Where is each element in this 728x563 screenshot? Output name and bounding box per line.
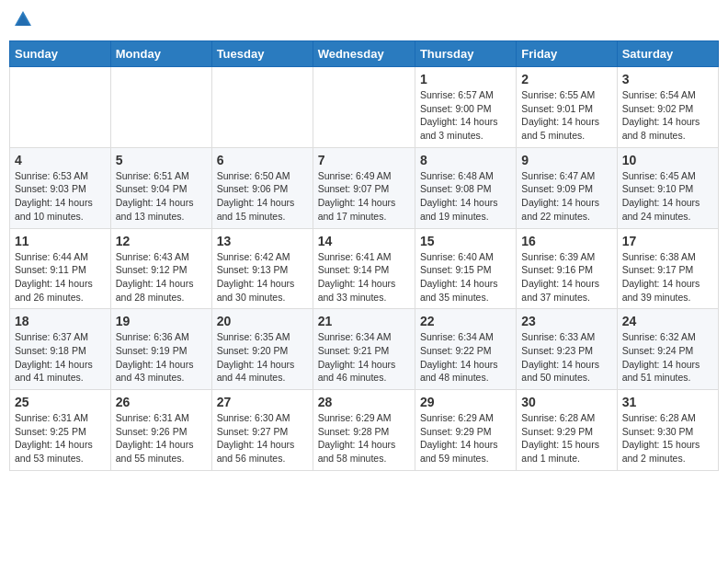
day-info: Sunrise: 6:49 AM Sunset: 9:07 PM Dayligh…: [318, 169, 410, 224]
col-header-sunday: Sunday: [10, 41, 111, 67]
calendar-cell: 9Sunrise: 6:47 AM Sunset: 9:09 PM Daylig…: [517, 147, 617, 228]
day-number: 17: [622, 234, 713, 248]
calendar-cell: 17Sunrise: 6:38 AM Sunset: 9:17 PM Dayli…: [617, 228, 718, 309]
calendar-week-2: 4Sunrise: 6:53 AM Sunset: 9:03 PM Daylig…: [10, 147, 719, 228]
day-number: 18: [15, 314, 106, 328]
day-info: Sunrise: 6:34 AM Sunset: 9:21 PM Dayligh…: [318, 330, 410, 385]
day-number: 23: [521, 314, 611, 328]
calendar-week-3: 11Sunrise: 6:44 AM Sunset: 9:11 PM Dayli…: [10, 228, 719, 309]
calendar-cell: [313, 67, 415, 148]
calendar-cell: 2Sunrise: 6:55 AM Sunset: 9:01 PM Daylig…: [517, 67, 617, 148]
calendar-cell: 1Sunrise: 6:57 AM Sunset: 9:00 PM Daylig…: [415, 67, 516, 148]
day-info: Sunrise: 6:37 AM Sunset: 9:18 PM Dayligh…: [15, 330, 106, 385]
day-info: Sunrise: 6:45 AM Sunset: 9:10 PM Dayligh…: [622, 169, 713, 224]
col-header-saturday: Saturday: [617, 41, 718, 67]
col-header-thursday: Thursday: [415, 41, 516, 67]
calendar-cell: 8Sunrise: 6:48 AM Sunset: 9:08 PM Daylig…: [415, 147, 516, 228]
calendar-cell: 10Sunrise: 6:45 AM Sunset: 9:10 PM Dayli…: [617, 147, 718, 228]
calendar-cell: 6Sunrise: 6:50 AM Sunset: 9:06 PM Daylig…: [211, 147, 313, 228]
day-info: Sunrise: 6:47 AM Sunset: 9:09 PM Dayligh…: [521, 169, 611, 224]
day-info: Sunrise: 6:39 AM Sunset: 9:16 PM Dayligh…: [521, 250, 611, 304]
day-info: Sunrise: 6:50 AM Sunset: 9:06 PM Dayligh…: [217, 169, 308, 224]
col-header-monday: Monday: [110, 41, 211, 67]
day-number: 1: [420, 72, 511, 86]
calendar-cell: 26Sunrise: 6:31 AM Sunset: 9:26 PM Dayli…: [110, 390, 211, 471]
day-number: 3: [622, 72, 713, 86]
calendar-cell: 4Sunrise: 6:53 AM Sunset: 9:03 PM Daylig…: [10, 147, 111, 228]
calendar-week-4: 18Sunrise: 6:37 AM Sunset: 9:18 PM Dayli…: [10, 309, 719, 390]
calendar-cell: 25Sunrise: 6:31 AM Sunset: 9:25 PM Dayli…: [10, 390, 111, 471]
day-number: 27: [217, 395, 308, 409]
calendar-cell: 18Sunrise: 6:37 AM Sunset: 9:18 PM Dayli…: [10, 309, 111, 390]
day-info: Sunrise: 6:53 AM Sunset: 9:03 PM Dayligh…: [15, 169, 106, 224]
calendar-cell: [211, 67, 313, 148]
day-number: 30: [521, 395, 611, 409]
day-number: 2: [521, 72, 611, 86]
day-number: 24: [622, 314, 713, 328]
day-number: 26: [116, 395, 207, 409]
day-number: 13: [217, 234, 308, 248]
calendar-week-1: 1Sunrise: 6:57 AM Sunset: 9:00 PM Daylig…: [10, 67, 719, 148]
calendar-cell: 13Sunrise: 6:42 AM Sunset: 9:13 PM Dayli…: [211, 228, 313, 309]
day-number: 29: [420, 395, 511, 409]
calendar-cell: 16Sunrise: 6:39 AM Sunset: 9:16 PM Dayli…: [517, 228, 617, 309]
day-number: 10: [622, 153, 713, 167]
day-number: 25: [15, 395, 106, 409]
day-info: Sunrise: 6:43 AM Sunset: 9:12 PM Dayligh…: [116, 250, 207, 304]
calendar-cell: 30Sunrise: 6:28 AM Sunset: 9:29 PM Dayli…: [517, 390, 617, 471]
calendar-cell: 14Sunrise: 6:41 AM Sunset: 9:14 PM Dayli…: [313, 228, 415, 309]
day-info: Sunrise: 6:54 AM Sunset: 9:02 PM Dayligh…: [622, 88, 713, 143]
day-info: Sunrise: 6:36 AM Sunset: 9:19 PM Dayligh…: [116, 330, 207, 385]
calendar-cell: 3Sunrise: 6:54 AM Sunset: 9:02 PM Daylig…: [617, 67, 718, 148]
day-number: 31: [622, 395, 713, 409]
calendar-cell: 5Sunrise: 6:51 AM Sunset: 9:04 PM Daylig…: [110, 147, 211, 228]
day-info: Sunrise: 6:30 AM Sunset: 9:27 PM Dayligh…: [217, 411, 308, 465]
day-number: 15: [420, 234, 511, 248]
calendar-cell: 24Sunrise: 6:32 AM Sunset: 9:24 PM Dayli…: [617, 309, 718, 390]
day-info: Sunrise: 6:31 AM Sunset: 9:25 PM Dayligh…: [15, 411, 106, 465]
day-number: 12: [116, 234, 207, 248]
day-number: 28: [318, 395, 410, 409]
day-info: Sunrise: 6:44 AM Sunset: 9:11 PM Dayligh…: [15, 250, 106, 304]
day-info: Sunrise: 6:55 AM Sunset: 9:01 PM Dayligh…: [521, 88, 611, 143]
calendar-cell: 19Sunrise: 6:36 AM Sunset: 9:19 PM Dayli…: [110, 309, 211, 390]
day-info: Sunrise: 6:41 AM Sunset: 9:14 PM Dayligh…: [318, 250, 410, 304]
day-number: 11: [15, 234, 106, 248]
day-info: Sunrise: 6:48 AM Sunset: 9:08 PM Dayligh…: [420, 169, 511, 224]
day-info: Sunrise: 6:42 AM Sunset: 9:13 PM Dayligh…: [217, 250, 308, 304]
day-info: Sunrise: 6:31 AM Sunset: 9:26 PM Dayligh…: [116, 411, 207, 465]
calendar-cell: 23Sunrise: 6:33 AM Sunset: 9:23 PM Dayli…: [517, 309, 617, 390]
day-info: Sunrise: 6:51 AM Sunset: 9:04 PM Dayligh…: [116, 169, 207, 224]
calendar-cell: [10, 67, 111, 148]
calendar-cell: 27Sunrise: 6:30 AM Sunset: 9:27 PM Dayli…: [211, 390, 313, 471]
day-number: 20: [217, 314, 308, 328]
day-info: Sunrise: 6:57 AM Sunset: 9:00 PM Dayligh…: [420, 88, 511, 143]
day-number: 5: [116, 153, 207, 167]
calendar-cell: 21Sunrise: 6:34 AM Sunset: 9:21 PM Dayli…: [313, 309, 415, 390]
calendar-cell: 15Sunrise: 6:40 AM Sunset: 9:15 PM Dayli…: [415, 228, 516, 309]
calendar-cell: 28Sunrise: 6:29 AM Sunset: 9:28 PM Dayli…: [313, 390, 415, 471]
calendar-cell: [110, 67, 211, 148]
logo-icon: [13, 9, 33, 33]
col-header-friday: Friday: [517, 41, 617, 67]
day-number: 14: [318, 234, 410, 248]
day-info: Sunrise: 6:29 AM Sunset: 9:28 PM Dayligh…: [318, 411, 410, 465]
day-number: 7: [318, 153, 410, 167]
day-number: 16: [521, 234, 611, 248]
day-number: 21: [318, 314, 410, 328]
day-info: Sunrise: 6:35 AM Sunset: 9:20 PM Dayligh…: [217, 330, 308, 385]
logo: [13, 9, 37, 33]
day-info: Sunrise: 6:33 AM Sunset: 9:23 PM Dayligh…: [521, 330, 611, 385]
calendar-header-row: SundayMondayTuesdayWednesdayThursdayFrid…: [10, 41, 719, 67]
page-header: [9, 9, 719, 33]
day-number: 22: [420, 314, 511, 328]
calendar-cell: 29Sunrise: 6:29 AM Sunset: 9:29 PM Dayli…: [415, 390, 516, 471]
day-info: Sunrise: 6:29 AM Sunset: 9:29 PM Dayligh…: [420, 411, 511, 465]
day-number: 6: [217, 153, 308, 167]
day-number: 4: [15, 153, 106, 167]
day-number: 9: [521, 153, 611, 167]
day-info: Sunrise: 6:34 AM Sunset: 9:22 PM Dayligh…: [420, 330, 511, 385]
day-info: Sunrise: 6:40 AM Sunset: 9:15 PM Dayligh…: [420, 250, 511, 304]
day-number: 8: [420, 153, 511, 167]
col-header-tuesday: Tuesday: [211, 41, 313, 67]
